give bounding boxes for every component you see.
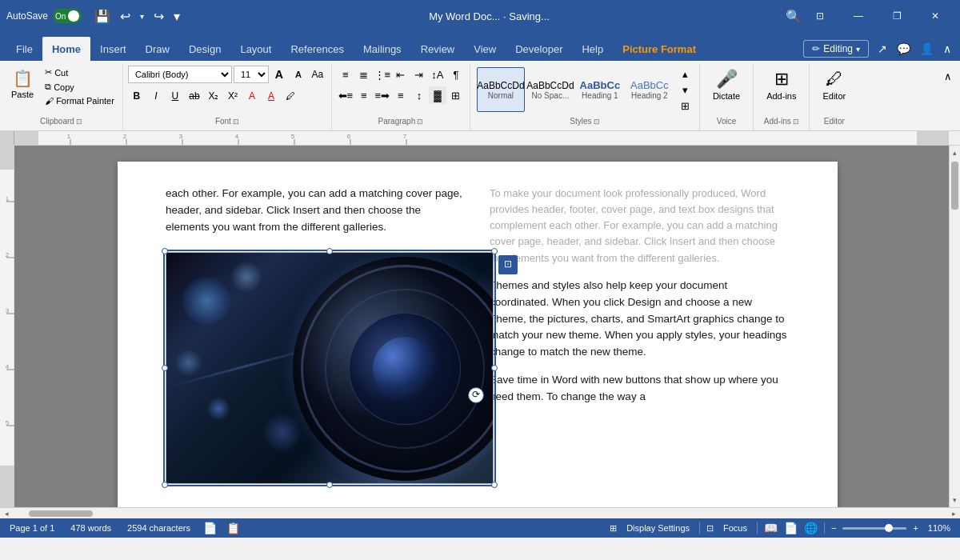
editing-badge[interactable]: ✏ Editing ▾ — [803, 40, 869, 58]
tab-layout[interactable]: Layout — [230, 37, 281, 61]
multilevel-list-button[interactable]: ⋮≡ — [374, 66, 391, 83]
font-color-button[interactable]: A — [262, 87, 280, 105]
focus-label[interactable]: Focus — [720, 522, 750, 534]
save-icon[interactable]: 💾 — [91, 7, 114, 26]
tab-draw[interactable]: Draw — [136, 37, 179, 61]
font-family-select[interactable]: Calibri (Body) — [128, 66, 232, 83]
line-spacing-button[interactable]: ↕ — [410, 86, 428, 104]
paste-button[interactable]: 📋 Paste — [5, 66, 40, 102]
styles-scroll-down[interactable]: ▾ — [677, 82, 694, 98]
tab-picture-format[interactable]: Picture Format — [613, 37, 706, 61]
styles-label[interactable]: Styles ⊡ — [475, 115, 694, 129]
numbering-button[interactable]: ≣ — [355, 66, 373, 83]
h-scroll-left-button[interactable]: ◂ — [0, 508, 13, 519]
underline-button[interactable]: U — [166, 87, 184, 105]
addins-group-label[interactable]: Add-ins ⊡ — [758, 115, 804, 129]
italic-button[interactable]: I — [147, 87, 165, 105]
decrease-indent-button[interactable]: ⇤ — [392, 66, 410, 83]
style-heading1[interactable]: AaBbCc Heading 1 — [576, 67, 624, 112]
style-no-space[interactable]: AaBbCcDd No Spac... — [526, 67, 574, 112]
tab-references[interactable]: References — [281, 37, 353, 61]
autosave-toggle[interactable]: On — [53, 9, 82, 23]
undo-dropdown-icon[interactable]: ▾ — [137, 10, 147, 22]
h-scroll-right-button[interactable]: ▸ — [947, 508, 960, 519]
increase-indent-button[interactable]: ⇥ — [410, 66, 428, 83]
horizontal-scrollbar[interactable]: ◂ ▸ — [0, 507, 960, 518]
highlight-button[interactable]: 🖊 — [282, 87, 299, 105]
cut-button[interactable]: ✂ Cut — [42, 66, 118, 79]
editor-button[interactable]: 🖊 Editor — [814, 66, 854, 104]
align-center-button[interactable]: ≡ — [355, 86, 373, 104]
font-label[interactable]: Font ⊡ — [128, 115, 326, 129]
voice-label[interactable]: Voice — [705, 115, 748, 129]
character-count[interactable]: 2594 characters — [124, 522, 194, 534]
subscript-button[interactable]: X₂ — [205, 87, 222, 105]
styles-more[interactable]: ⊞ — [677, 98, 694, 114]
decrease-font-button[interactable]: A — [290, 66, 307, 83]
tab-mailings[interactable]: Mailings — [354, 37, 411, 61]
zoom-in-icon[interactable]: + — [913, 523, 918, 533]
restore-button[interactable]: ❐ — [878, 3, 915, 29]
close-button[interactable]: ✕ — [917, 3, 954, 29]
layout-options-button[interactable]: ⊡ — [498, 255, 518, 274]
collapse-ribbon-icon[interactable]: ∧ — [941, 40, 954, 58]
display-settings-label[interactable]: Display Settings — [623, 522, 693, 534]
borders-button[interactable]: ⊞ — [447, 86, 465, 104]
clipboard-label[interactable]: Clipboard ⊡ — [5, 115, 118, 129]
proofing-icon[interactable]: 📄 — [203, 522, 217, 534]
show-formatting-button[interactable]: ¶ — [447, 66, 465, 83]
zoom-slider[interactable] — [842, 527, 906, 530]
ribbon-display-icon[interactable]: ⊡ — [802, 3, 838, 29]
style-heading2[interactable]: AaBbCc Heading 2 — [626, 67, 674, 112]
tab-design[interactable]: Design — [179, 37, 230, 61]
comments-icon[interactable]: 💬 — [894, 40, 913, 58]
styles-scroll-up[interactable]: ▴ — [677, 66, 694, 82]
tab-review[interactable]: Review — [411, 37, 465, 61]
view-read-icon[interactable]: 📖 — [764, 522, 778, 534]
addins-button[interactable]: ⊞ Add-ins — [758, 66, 804, 104]
increase-font-button[interactable]: A — [270, 66, 288, 83]
view-print-icon[interactable]: 📄 — [784, 522, 798, 534]
superscript-button[interactable]: X² — [224, 87, 242, 105]
search-icon[interactable]: 🔍 — [786, 9, 802, 24]
share-icon[interactable]: ↗ — [875, 40, 890, 58]
accessibility-icon[interactable]: 📋 — [226, 522, 240, 534]
doc-page[interactable]: each other. For example, you can add a m… — [118, 162, 838, 507]
format-painter-button[interactable]: 🖌 Format Painter — [42, 94, 118, 107]
dictate-button[interactable]: 🎤 Dictate — [705, 66, 748, 104]
font-size-select[interactable]: 11 — [234, 66, 269, 83]
editor-group-label[interactable]: Editor — [814, 115, 854, 129]
customize-icon[interactable]: ▾ — [170, 7, 183, 26]
shading-button[interactable]: ▓ — [429, 86, 446, 104]
copy-button[interactable]: ⧉ Copy — [42, 80, 118, 94]
h-scroll-track[interactable] — [13, 508, 947, 519]
vertical-scrollbar[interactable]: ▴ ▾ — [949, 146, 960, 507]
tab-home[interactable]: Home — [42, 37, 90, 61]
page-info[interactable]: Page 1 of 1 — [6, 522, 58, 534]
align-left-button[interactable]: ⬅≡ — [337, 86, 354, 104]
minimize-button[interactable]: — — [840, 3, 877, 29]
zoom-level[interactable]: 110% — [925, 522, 954, 534]
scroll-up-button[interactable]: ▴ — [950, 146, 961, 160]
image-container[interactable]: ⊡ — [166, 252, 494, 484]
zoom-thumb[interactable] — [885, 524, 893, 532]
view-web-icon[interactable]: 🌐 — [804, 522, 818, 534]
redo-icon[interactable]: ↪ — [150, 7, 167, 26]
align-right-button[interactable]: ≡➡ — [374, 86, 391, 104]
bold-button[interactable]: B — [128, 87, 146, 105]
scrollbar-track[interactable] — [950, 160, 960, 493]
tab-developer[interactable]: Developer — [506, 37, 572, 61]
scroll-down-button[interactable]: ▾ — [950, 493, 961, 507]
doc-scroll-area[interactable]: each other. For example, you can add a m… — [14, 146, 949, 507]
tab-help[interactable]: Help — [572, 37, 613, 61]
collapse-ribbon-button[interactable]: ∧ — [939, 67, 957, 85]
person-icon[interactable]: 👤 — [918, 40, 936, 58]
image-move-handle[interactable]: ⟳ — [468, 387, 484, 403]
style-normal[interactable]: AaBbCcDd Normal — [477, 67, 525, 112]
scrollbar-thumb[interactable] — [951, 162, 958, 210]
tab-view[interactable]: View — [464, 37, 506, 61]
strikethrough-button[interactable]: ab — [186, 87, 203, 105]
word-count[interactable]: 478 words — [67, 522, 114, 534]
tab-insert[interactable]: Insert — [90, 37, 136, 61]
bullets-button[interactable]: ≡ — [337, 66, 354, 83]
